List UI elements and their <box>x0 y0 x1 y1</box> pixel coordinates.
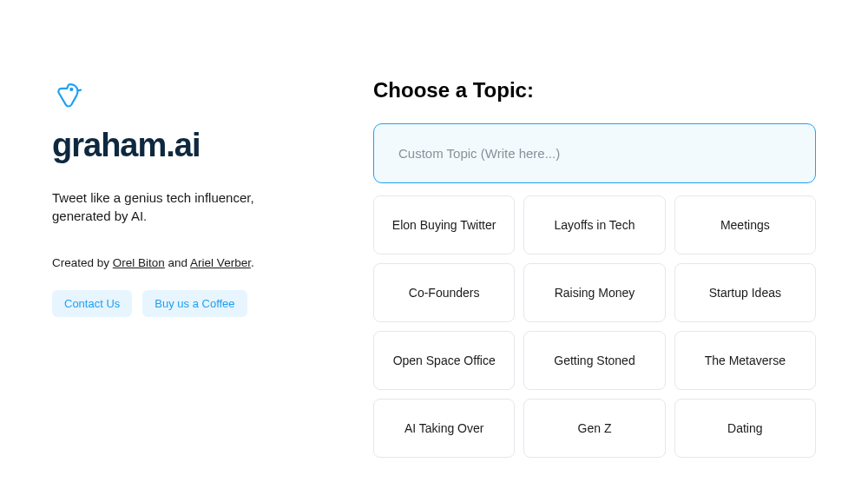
credits-prefix: Created by <box>52 256 113 269</box>
svg-point-0 <box>70 89 72 90</box>
topic-card[interactable]: AI Taking Over <box>373 399 515 458</box>
custom-topic-input[interactable] <box>373 123 816 183</box>
author-link-2[interactable]: Ariel Verber <box>190 256 251 269</box>
credits-text: Created by Orel Biton and Ariel Verber. <box>52 256 312 269</box>
topic-card[interactable]: Co-Founders <box>373 263 515 322</box>
sidebar: graham.ai Tweet like a genius tech influ… <box>52 61 312 454</box>
buy-coffee-button[interactable]: Buy us a Coffee <box>142 290 247 317</box>
topic-card[interactable]: Startup Ideas <box>674 263 816 322</box>
credits-suffix: . <box>251 256 254 269</box>
topic-card[interactable]: Getting Stoned <box>523 331 665 390</box>
author-link-1[interactable]: Orel Biton <box>113 256 165 269</box>
topic-card[interactable]: Open Space Office <box>373 331 515 390</box>
credits-and: and <box>165 256 190 269</box>
topic-card[interactable]: Dating <box>674 399 816 458</box>
choose-topic-heading: Choose a Topic: <box>373 78 816 102</box>
topic-card[interactable]: The Metaverse <box>674 331 816 390</box>
main-content: Choose a Topic: Elon Buying Twitter Layo… <box>373 61 816 454</box>
topic-card[interactable]: Raising Money <box>523 263 665 322</box>
topic-card[interactable]: Elon Buying Twitter <box>373 195 515 254</box>
topic-grid: Elon Buying Twitter Layoffs in Tech Meet… <box>373 195 816 458</box>
contact-us-button[interactable]: Contact Us <box>52 290 132 317</box>
topic-card[interactable]: Layoffs in Tech <box>523 195 665 254</box>
logo-text: graham.ai <box>52 127 312 164</box>
topic-card[interactable]: Meetings <box>674 195 816 254</box>
bird-icon <box>52 78 83 109</box>
topic-card[interactable]: Gen Z <box>523 399 665 458</box>
tagline: Tweet like a genius tech influencer, gen… <box>52 188 312 225</box>
action-buttons-row: Contact Us Buy us a Coffee <box>52 290 312 317</box>
